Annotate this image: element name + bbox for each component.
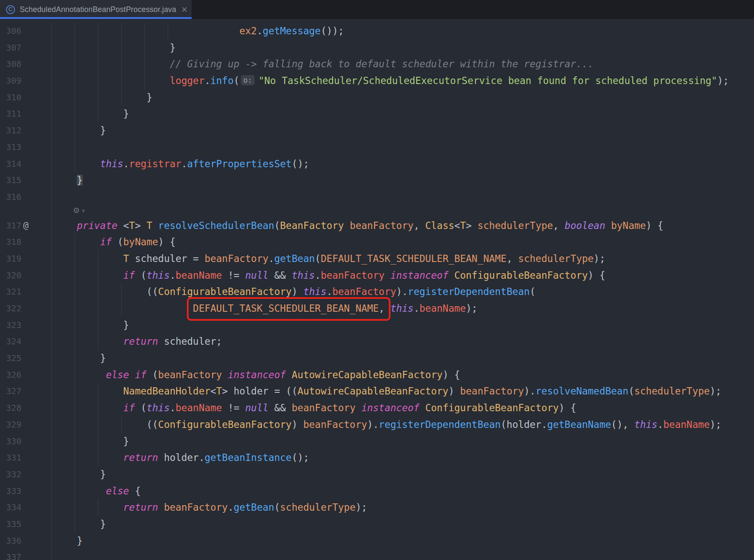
line-number[interactable]: 316	[6, 189, 21, 205]
line-number[interactable]: 328	[6, 400, 21, 416]
indent-guide	[51, 483, 52, 500]
line-number[interactable]: 314	[6, 156, 21, 172]
line-number[interactable]: 308	[6, 56, 21, 72]
indent-guide	[51, 400, 52, 416]
code-text: }	[54, 105, 129, 122]
code-text: this.registrar.afterPropertiesSet();	[54, 156, 309, 172]
code-text: ((ConfigurableBeanFactory) this.beanFact…	[54, 283, 535, 300]
line-number[interactable]: 326	[6, 367, 21, 383]
line-number[interactable]: 321	[6, 283, 21, 300]
code-text: }	[54, 433, 129, 450]
tab-scheduled-annotation-bean-post-processor[interactable]: C ScheduledAnnotationBeanPostProcessor.j…	[0, 0, 192, 19]
line-number[interactable]: 332	[6, 466, 21, 483]
code-text: else {	[54, 483, 141, 500]
code-text: T scheduler = beanFactory.getBean(DEFAUL…	[54, 250, 605, 267]
line-number[interactable]: 333	[6, 483, 21, 500]
code-line: 334 return beanFactory.getBean(scheduler…	[0, 499, 754, 516]
indent-guide	[51, 317, 52, 334]
code-text: NamedBeanHolder<T> holder = ((AutowireCa…	[54, 383, 721, 400]
gear-icon[interactable]: ⚙	[73, 206, 80, 215]
line-number[interactable]: 320	[6, 267, 21, 284]
code-text: }	[54, 89, 152, 106]
code-text: if (this.beanName != null && beanFactory…	[54, 400, 576, 416]
indent-guide	[51, 449, 52, 466]
code-text: DEFAULT_TASK_SCHEDULER_BEAN_NAME, this.b…	[54, 300, 478, 317]
line-number[interactable]: 336	[6, 533, 21, 549]
indent-guide	[51, 333, 52, 350]
line-number[interactable]: 311	[6, 105, 21, 122]
code-text: }	[54, 533, 83, 549]
java-class-icon: C	[6, 5, 15, 14]
gutter-annotation-icon[interactable]: @	[23, 217, 29, 234]
code-line: 328 if (this.beanName != null && beanFac…	[0, 400, 754, 416]
code-text: ((ConfigurableBeanFactory) beanFactory).…	[54, 416, 721, 433]
code-line: 333 else {	[0, 483, 754, 500]
code-scroll-area: 306 ex2.getMessage());307 }308 // Giving…	[0, 19, 754, 560]
code-vision-inlay[interactable]: ⚙∨	[73, 206, 85, 215]
code-text: private <T> T resolveSchedulerBean(BeanF…	[54, 217, 663, 234]
code-line: 309 logger.info(o:"No TaskScheduler/Sche…	[0, 72, 754, 89]
line-number[interactable]: 324	[6, 333, 21, 350]
code-line: 317@ private <T> T resolveSchedulerBean(…	[0, 217, 754, 234]
line-number[interactable]: 330	[6, 433, 21, 450]
code-line: 307 }	[0, 39, 754, 56]
line-number[interactable]: 309	[6, 72, 21, 89]
line-number[interactable]: 335	[6, 516, 21, 533]
line-number[interactable]: 310	[6, 89, 21, 106]
line-number[interactable]: 323	[6, 317, 21, 334]
code-line: 315 }	[0, 172, 754, 189]
code-text: }	[54, 466, 106, 483]
code-text: logger.info(o:"No TaskScheduler/Schedule…	[54, 72, 729, 89]
indent-guide	[51, 466, 52, 483]
indent-guide	[51, 283, 52, 300]
code-text: ex2.getMessage());	[54, 23, 344, 39]
line-number[interactable]: 331	[6, 449, 21, 466]
indent-guide	[51, 72, 52, 89]
code-line: 312 }	[0, 122, 754, 139]
line-number[interactable]: 334	[6, 499, 21, 516]
code-line: 321 ((ConfigurableBeanFactory) this.bean…	[0, 283, 754, 300]
line-number[interactable]: 327	[6, 383, 21, 400]
code-text: else if (beanFactory instanceof Autowire…	[54, 367, 460, 383]
line-number[interactable]: 322	[6, 300, 21, 317]
chevron-down-icon[interactable]: ∨	[81, 208, 85, 213]
code-line: 322 DEFAULT_TASK_SCHEDULER_BEAN_NAME, th…	[0, 300, 754, 317]
code-line: 337	[0, 549, 754, 560]
line-number[interactable]: 329	[6, 416, 21, 433]
indent-guide	[51, 300, 52, 317]
code-line: 320 if (this.beanName != null && this.be…	[0, 267, 754, 284]
code-line: 327 NamedBeanHolder<T> holder = ((Autowi…	[0, 383, 754, 400]
line-number[interactable]: 315	[6, 172, 21, 189]
code-line: 314 this.registrar.afterPropertiesSet();	[0, 156, 754, 172]
code-line: 325 }	[0, 350, 754, 367]
indent-guide	[51, 189, 52, 205]
indent-guide	[51, 122, 52, 139]
editor-tab-bar: C ScheduledAnnotationBeanPostProcessor.j…	[0, 0, 754, 19]
line-number[interactable]: 312	[6, 122, 21, 139]
line-number[interactable]: 337	[6, 549, 21, 560]
code-line: 319 T scheduler = beanFactory.getBean(DE…	[0, 250, 754, 267]
indent-guide	[51, 533, 52, 549]
line-number[interactable]: 307	[6, 39, 21, 56]
code-editor[interactable]: 306 ex2.getMessage());307 }308 // Giving…	[0, 19, 754, 560]
indent-guide	[51, 23, 52, 39]
line-number[interactable]: 317	[6, 217, 21, 234]
indent-guide	[51, 56, 52, 72]
indent-guide	[51, 139, 52, 156]
close-tab-icon[interactable]: ✕	[181, 6, 188, 14]
indent-guide	[51, 267, 52, 284]
tab-filename-label: ScheduledAnnotationBeanPostProcessor.jav…	[20, 5, 176, 14]
line-number[interactable]: 313	[6, 139, 21, 156]
line-number[interactable]: 325	[6, 350, 21, 367]
indent-guide	[51, 156, 52, 172]
code-text: }	[54, 122, 106, 139]
code-line: 329 ((ConfigurableBeanFactory) beanFacto…	[0, 416, 754, 433]
line-number[interactable]: 319	[6, 250, 21, 267]
line-number[interactable]: 306	[6, 23, 21, 39]
indent-guide	[51, 234, 52, 250]
line-number[interactable]: 318	[6, 234, 21, 250]
indent-guide	[51, 217, 52, 234]
code-line: 331 return holder.getBeanInstance();	[0, 449, 754, 466]
code-line: 332 }	[0, 466, 754, 483]
code-line: 310 }	[0, 89, 754, 106]
